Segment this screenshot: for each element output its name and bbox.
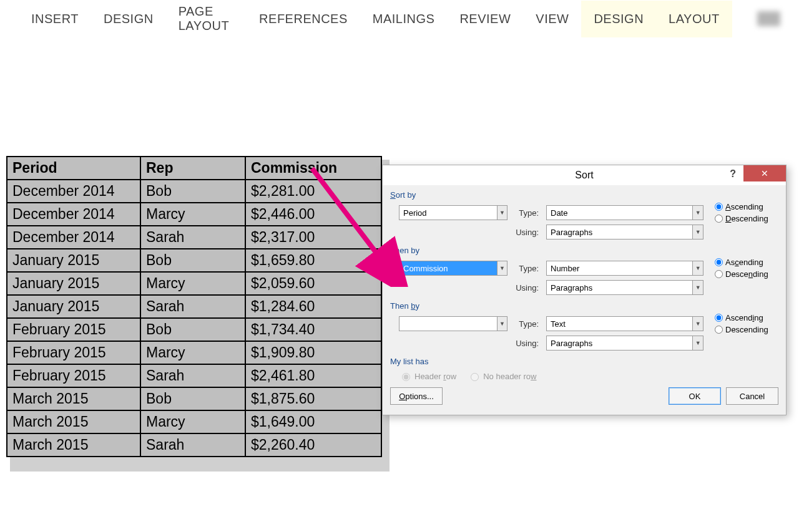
- then-by-2-type-input[interactable]: [547, 317, 692, 331]
- then-by-using-combo[interactable]: ▼: [546, 280, 703, 295]
- table-cell[interactable]: February 2015: [7, 318, 140, 341]
- chevron-down-icon[interactable]: ▼: [692, 336, 703, 350]
- options-button[interactable]: Options...: [390, 387, 443, 405]
- then-by-ascending-radio[interactable]: Ascending: [715, 258, 768, 267]
- table-cell[interactable]: $1,649.00: [245, 410, 381, 433]
- table-cell[interactable]: $1,909.80: [245, 341, 381, 364]
- then-by-2-field-input[interactable]: [400, 317, 497, 331]
- tab-insert[interactable]: INSERT: [19, 1, 91, 37]
- table-row[interactable]: February 2015Sarah$2,461.80: [7, 364, 381, 387]
- cancel-button[interactable]: Cancel: [726, 387, 778, 405]
- table-cell[interactable]: Marcy: [140, 272, 245, 295]
- table-row[interactable]: January 2015Sarah$1,284.60: [7, 295, 381, 318]
- sort-by-type-input[interactable]: [547, 206, 692, 220]
- table-cell[interactable]: $1,875.60: [245, 387, 381, 410]
- tab-references[interactable]: REFERENCES: [247, 1, 360, 37]
- table-cell[interactable]: Sarah: [140, 295, 245, 318]
- then-by-field-input[interactable]: [400, 261, 497, 275]
- table-cell[interactable]: December 2014: [7, 180, 140, 203]
- table-cell[interactable]: March 2015: [7, 410, 140, 433]
- header-row-radio[interactable]: Header row: [399, 371, 456, 381]
- sort-by-using-input[interactable]: [547, 225, 692, 239]
- then-by-2-using-combo[interactable]: ▼: [546, 336, 703, 351]
- table-row[interactable]: December 2014Marcy$2,446.00: [7, 203, 381, 226]
- table-cell[interactable]: Sarah: [140, 364, 245, 387]
- tab-mailings[interactable]: MAILINGS: [360, 1, 448, 37]
- then-by-using-input[interactable]: [547, 281, 692, 294]
- tab-review[interactable]: REVIEW: [447, 1, 523, 37]
- table-cell[interactable]: $2,281.00: [245, 180, 381, 203]
- commission-table[interactable]: Period Rep Commission December 2014Bob$2…: [6, 156, 382, 457]
- table-cell[interactable]: Sarah: [140, 226, 245, 249]
- chevron-down-icon[interactable]: ▼: [692, 281, 703, 294]
- table-cell[interactable]: $1,284.60: [245, 295, 381, 318]
- no-header-row-radio[interactable]: No header row: [468, 371, 536, 381]
- table-row[interactable]: December 2014Bob$2,281.00: [7, 180, 381, 203]
- table-row[interactable]: March 2015Sarah$2,260.40: [7, 433, 381, 457]
- table-cell[interactable]: February 2015: [7, 364, 140, 387]
- table-cell[interactable]: January 2015: [7, 249, 140, 272]
- table-cell[interactable]: Sarah: [140, 433, 245, 457]
- header-period[interactable]: Period: [7, 157, 140, 180]
- table-row[interactable]: February 2015Bob$1,734.40: [7, 318, 381, 341]
- tab-table-layout[interactable]: LAYOUT: [656, 1, 732, 37]
- tab-page-layout[interactable]: PAGE LAYOUT: [166, 0, 247, 44]
- sort-by-ascending-radio[interactable]: Ascending: [715, 202, 768, 211]
- then-by-2-ascending-radio[interactable]: Ascending: [715, 313, 768, 322]
- table-cell[interactable]: $2,446.00: [245, 203, 381, 226]
- table-cell[interactable]: December 2014: [7, 226, 140, 249]
- chevron-down-icon[interactable]: ▼: [497, 317, 507, 331]
- then-by-type-combo[interactable]: ▼: [546, 261, 703, 276]
- tab-table-design[interactable]: DESIGN: [581, 1, 656, 37]
- table-cell[interactable]: $2,317.00: [245, 226, 381, 249]
- sort-by-field-combo[interactable]: ▼: [399, 205, 507, 220]
- table-row[interactable]: January 2015Bob$1,659.80: [7, 249, 381, 272]
- table-cell[interactable]: January 2015: [7, 272, 140, 295]
- table-cell[interactable]: February 2015: [7, 341, 140, 364]
- chevron-down-icon[interactable]: ▼: [497, 206, 507, 220]
- then-by-2-descending-radio[interactable]: Descending: [715, 325, 768, 334]
- chevron-down-icon[interactable]: ▼: [497, 261, 507, 275]
- then-by-field-combo[interactable]: ▼: [399, 261, 507, 276]
- chevron-down-icon[interactable]: ▼: [692, 225, 703, 239]
- chevron-down-icon[interactable]: ▼: [692, 261, 703, 275]
- then-by-descending-radio[interactable]: Descending: [715, 269, 768, 279]
- table-cell[interactable]: Marcy: [140, 341, 245, 364]
- table-cell[interactable]: March 2015: [7, 387, 140, 410]
- sort-by-type-combo[interactable]: ▼: [546, 205, 703, 220]
- then-by-2-field-combo[interactable]: ▼: [399, 316, 507, 331]
- table-cell[interactable]: $1,734.40: [245, 318, 381, 341]
- then-by-type-input[interactable]: [547, 261, 692, 275]
- ok-button[interactable]: OK: [669, 387, 721, 405]
- table-header-row[interactable]: Period Rep Commission: [7, 157, 381, 180]
- table-row[interactable]: December 2014Sarah$2,317.00: [7, 226, 381, 249]
- table-row[interactable]: March 2015Marcy$1,649.00: [7, 410, 381, 433]
- table-row[interactable]: February 2015Marcy$1,909.80: [7, 341, 381, 364]
- table-cell[interactable]: December 2014: [7, 203, 140, 226]
- table-cell[interactable]: $2,059.60: [245, 272, 381, 295]
- table-cell[interactable]: Marcy: [140, 203, 245, 226]
- sort-by-using-combo[interactable]: ▼: [546, 225, 703, 239]
- dialog-title-bar[interactable]: Sort ? ✕: [383, 165, 786, 185]
- tab-design[interactable]: DESIGN: [91, 1, 166, 37]
- table-cell[interactable]: Bob: [140, 318, 245, 341]
- tab-view[interactable]: VIEW: [523, 1, 581, 37]
- header-rep[interactable]: Rep: [140, 157, 245, 180]
- table-cell[interactable]: $2,260.40: [245, 433, 381, 457]
- then-by-2-using-input[interactable]: [547, 336, 692, 350]
- table-cell[interactable]: March 2015: [7, 433, 140, 457]
- close-button[interactable]: ✕: [743, 165, 786, 181]
- table-cell[interactable]: Bob: [140, 387, 245, 410]
- table-cell[interactable]: Marcy: [140, 410, 245, 433]
- then-by-2-type-combo[interactable]: ▼: [546, 316, 703, 331]
- table-cell[interactable]: $1,659.80: [245, 249, 381, 272]
- sort-by-field-input[interactable]: [400, 206, 497, 220]
- table-cell[interactable]: January 2015: [7, 295, 140, 318]
- help-icon[interactable]: ?: [730, 168, 736, 180]
- chevron-down-icon[interactable]: ▼: [692, 317, 703, 331]
- table-cell[interactable]: Bob: [140, 249, 245, 272]
- header-commission[interactable]: Commission: [245, 157, 381, 180]
- sort-by-descending-radio[interactable]: Descending: [715, 214, 768, 223]
- table-row[interactable]: January 2015Marcy$2,059.60: [7, 272, 381, 295]
- table-cell[interactable]: Bob: [140, 180, 245, 203]
